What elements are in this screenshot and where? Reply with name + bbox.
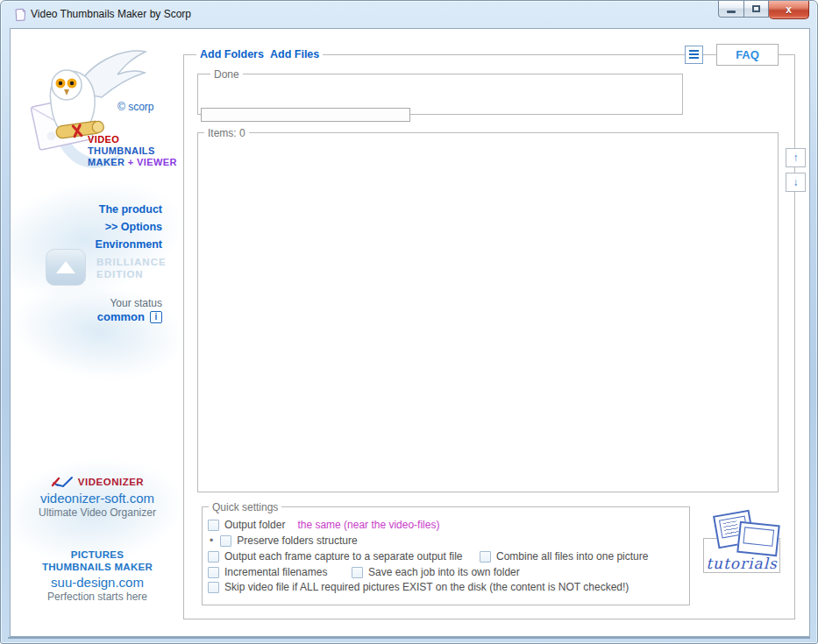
app-logo-text: VIDEO THUMBNAILS MAKER + VIEWER [88, 134, 177, 168]
down-arrow-icon: ↓ [793, 176, 799, 188]
incremental-label: Incremental filenames [224, 566, 327, 578]
save-job-row: Save each job into its own folder [352, 566, 520, 578]
move-up-button[interactable]: ↑ [786, 148, 806, 167]
items-list[interactable] [197, 132, 779, 492]
photo-inner [743, 527, 774, 546]
combine-files-label: Combine all files into one picture [496, 550, 648, 563]
incremental-checkbox[interactable] [208, 567, 219, 578]
sidebar: © scorp VIDEO THUMBNAILS MAKER + VIEWER … [11, 29, 183, 636]
save-job-label: Save each job into its own folder [368, 566, 520, 578]
tutorials-label[interactable]: tutorials [705, 555, 779, 572]
list-view-button[interactable] [685, 46, 703, 64]
incremental-row: Incremental filenames [208, 566, 327, 578]
maximize-button[interactable] [744, 1, 769, 18]
output-folder-label: Output folder [224, 519, 285, 531]
videonizer-name-row: VIDEONIZER [18, 475, 177, 489]
status-value: common [97, 310, 145, 323]
suu-design-site-link[interactable]: suu-design.com [18, 575, 177, 591]
combine-files-row: Combine all files into one picture [480, 550, 648, 563]
items-count-label: Items: 0 [204, 127, 249, 139]
status-label: Your status [110, 297, 162, 309]
add-folders-link[interactable]: Add Folders [196, 48, 267, 61]
close-icon: x [786, 2, 792, 18]
skip-video-row: Skip video file if ALL required pictures… [208, 581, 629, 593]
status-row: common i [97, 310, 162, 323]
sidebar-link-options[interactable]: >> Options [96, 218, 162, 236]
photo-sketch-icon [736, 521, 780, 557]
frame-shadow-line [8, 637, 810, 639]
window-title: Video Thumbnails Maker by Scorp [31, 1, 191, 27]
output-folder-value[interactable]: the same (near the video-files) [297, 519, 439, 531]
pictures-line1: PICTURES [18, 548, 177, 561]
separate-file-row: Output each frame capture to a separate … [208, 550, 463, 563]
quick-settings-label: Quick settings [209, 501, 281, 513]
edition-label: BRILLIANCE EDITION [96, 256, 167, 280]
bullet-icon: • [210, 535, 213, 547]
sidebar-link-the-product[interactable]: The product [96, 201, 162, 218]
preserve-structure-row: • Preserve folders structure [210, 534, 358, 547]
minimize-icon [727, 11, 736, 13]
preserve-structure-checkbox[interactable] [220, 535, 231, 547]
brilliance-edition-button[interactable] [46, 249, 86, 286]
videonizer-site-link[interactable]: videonizer-soft.com [18, 491, 177, 506]
separate-file-label: Output each frame capture to a separate … [224, 550, 463, 563]
logo-line-thumbnails: THUMBNAILS [88, 145, 177, 157]
move-down-button[interactable]: ↓ [786, 173, 806, 192]
separate-file-checkbox[interactable] [208, 551, 219, 563]
info-icon[interactable]: i [150, 311, 162, 323]
close-button[interactable]: x [769, 1, 809, 19]
videonizer-promo: VIDEONIZER videonizer-soft.com Ultimate … [18, 475, 177, 520]
window-controls: x [718, 1, 809, 19]
progress-bar [201, 108, 410, 122]
list-icon [689, 50, 699, 60]
pictures-promo: PICTURES THUMBNAILS MAKER suu-design.com… [18, 548, 177, 604]
photo-lines [723, 520, 739, 535]
app-window: Video Thumbnails Maker by Scorp x [0, 0, 818, 644]
pictures-tagline: Perfection starts here [18, 591, 177, 604]
preserve-structure-label: Preserve folders structure [237, 534, 357, 547]
output-folder-checkbox[interactable] [208, 520, 219, 531]
content-area: © scorp VIDEO THUMBNAILS MAKER + VIEWER … [10, 28, 810, 637]
combine-files-checkbox[interactable] [480, 551, 491, 563]
minimize-button[interactable] [718, 1, 744, 18]
app-icon [13, 8, 27, 22]
videonizer-tagline: Ultimate Video Organizer [18, 506, 177, 520]
sidebar-nav: The product >> Options Environment [96, 201, 162, 253]
up-triangle-icon [56, 261, 75, 273]
titlebar: Video Thumbnails Maker by Scorp x [1, 1, 817, 28]
sidebar-link-environment[interactable]: Environment [96, 236, 162, 253]
save-job-checkbox[interactable] [352, 567, 363, 578]
add-files-link[interactable]: Add Files [267, 48, 323, 61]
scorp-copyright: © scorp [117, 101, 154, 113]
pictures-line2: THUMBNAILS MAKER [18, 561, 177, 573]
up-arrow-icon: ↑ [793, 152, 799, 164]
output-folder-row: Output folder the same (near the video-f… [208, 519, 439, 531]
logo-line-video: VIDEO [88, 134, 177, 145]
done-label: Done [210, 68, 243, 81]
skip-video-checkbox[interactable] [208, 582, 219, 593]
videonizer-icon [51, 475, 74, 489]
logo-line-maker-viewer: MAKER + VIEWER [88, 157, 177, 168]
maximize-icon [752, 5, 760, 12]
skip-video-label: Skip video file if ALL required pictures… [224, 581, 629, 593]
faq-button[interactable]: FAQ [716, 44, 779, 66]
videonizer-name: VIDEONIZER [78, 477, 144, 487]
